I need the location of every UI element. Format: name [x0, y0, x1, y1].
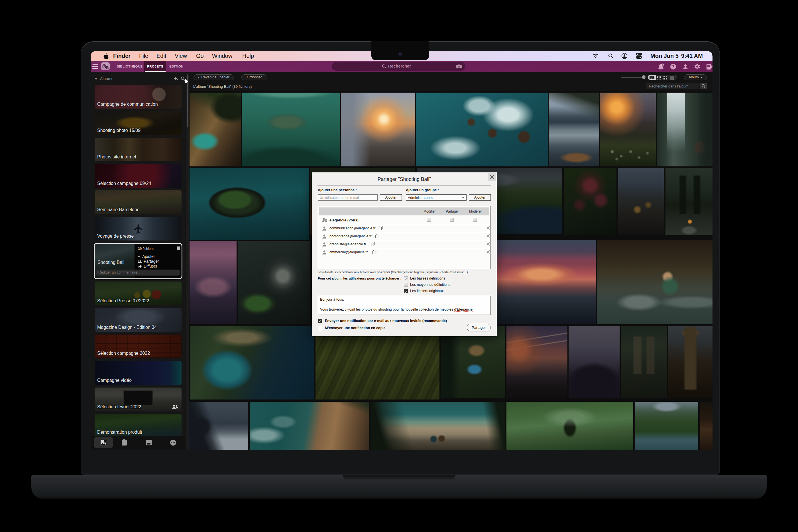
svg-text:1: 1: [662, 63, 663, 66]
svg-text:?: ?: [672, 64, 674, 69]
